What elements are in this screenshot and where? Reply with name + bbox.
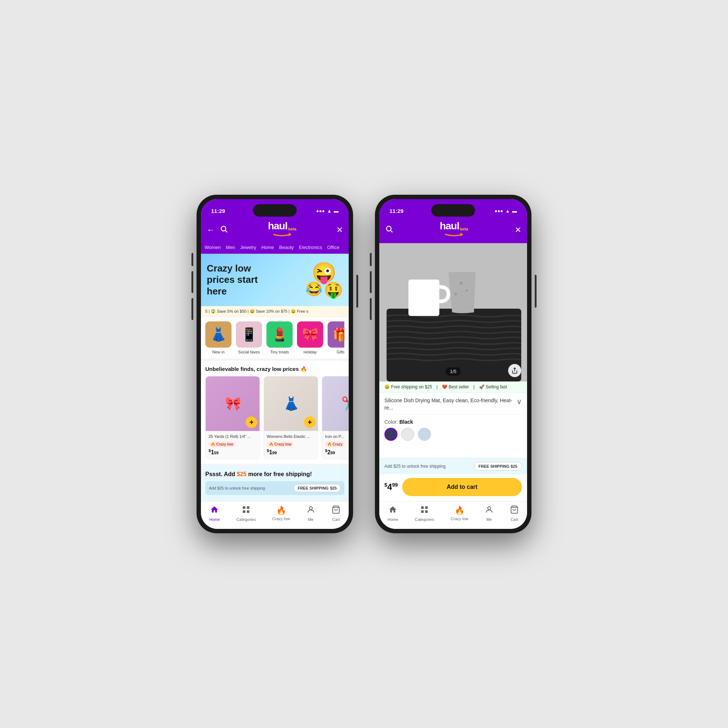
nav-home[interactable]: Home <box>209 505 220 522</box>
p2-volume-up-button <box>370 271 372 293</box>
category-holiday-img: 🎀 <box>297 321 323 348</box>
phone-1: 11:29 ●●● ▲ ▬ ← haul beta <box>197 195 353 533</box>
p2-logo: haul beta <box>440 221 468 239</box>
category-social-faves-img: 📱 <box>236 321 262 348</box>
category-tabs: Women Men Jewelry Home Beauty Electronic… <box>201 243 349 254</box>
category-tiny-treats-label: Tiny treats <box>271 350 289 354</box>
p2-home-icon <box>388 505 397 516</box>
swatch-black[interactable] <box>384 428 398 441</box>
p2-power-button <box>535 275 537 307</box>
tab-electronics[interactable]: Electronics <box>299 245 322 250</box>
back-button[interactable]: ← <box>207 225 215 235</box>
price-cent: 99 <box>392 482 398 488</box>
category-social-faves[interactable]: 📱 Social faves <box>236 321 262 354</box>
p2-nav-home-label: Home <box>388 517 398 522</box>
nav-crazy-low[interactable]: 🔥 Crazy low <box>272 506 290 521</box>
p2-close-button[interactable]: ✕ <box>515 225 521 235</box>
svg-rect-3 <box>247 506 249 509</box>
p2-categories-icon <box>420 505 429 516</box>
share-button[interactable] <box>508 364 521 377</box>
svg-rect-5 <box>247 510 249 513</box>
free-shipping-badge: FREE SHIPPING $25 <box>294 484 341 492</box>
close-button[interactable]: ✕ <box>336 225 343 235</box>
tab-jewelry[interactable]: Jewelry <box>240 245 256 250</box>
product-card-2[interactable]: 👗 + Womens Belts Elastic ... 🔥 Crazy low… <box>263 376 318 459</box>
tag-separator-1: | <box>436 384 437 390</box>
phone-2: 11:29 ●●● ▲ ▬ haul beta ✕ <box>375 195 531 533</box>
nav-cart[interactable]: Cart <box>332 505 340 522</box>
tab-women[interactable]: Women <box>205 245 221 250</box>
p2-nav-cart[interactable]: Cart <box>510 505 519 522</box>
swatch-white[interactable] <box>401 428 414 441</box>
nav-me[interactable]: Me <box>306 505 315 522</box>
color-label: Color: Black <box>384 419 522 425</box>
p2-time: 11:29 <box>390 208 403 214</box>
nav-categories[interactable]: Categories <box>236 505 255 522</box>
svg-rect-4 <box>243 510 245 513</box>
signal-icon: ●●● <box>316 208 325 214</box>
product-price-1: $159 <box>209 448 257 456</box>
p2-nav-crazy-low[interactable]: 🔥 Crazy low <box>451 506 468 521</box>
p2-search-button[interactable] <box>385 225 393 235</box>
svg-line-1 <box>225 230 227 232</box>
logo-arrow <box>273 231 291 239</box>
product-card-1[interactable]: 🎀 + 25 Yards (1 Roll) 1/4" ... 🔥 Crazy l… <box>205 376 260 459</box>
categories-section: 👗 New in 📱 Social faves 💄 <box>201 317 349 359</box>
promo-text: Crazy low prices start here <box>207 263 272 297</box>
nav-home-label: Home <box>209 517 220 522</box>
product-badge-3: 🔥 Crazy <box>325 442 345 447</box>
category-holiday[interactable]: 🎀 Holiday <box>297 321 323 354</box>
product-badge-1: 🔥 Crazy low <box>209 442 235 447</box>
power-button <box>356 275 358 307</box>
tab-office[interactable]: Office <box>327 245 340 250</box>
p2-logo-text: haul <box>440 221 459 231</box>
category-gifts[interactable]: 🎁 Gifts <box>327 321 344 354</box>
p2-nav-home[interactable]: Home <box>388 505 398 522</box>
category-tiny-treats[interactable]: 💄 Tiny treats <box>266 321 293 354</box>
free-shipping-label: FREE SHIPPING <box>298 486 329 490</box>
search-button[interactable] <box>220 225 228 235</box>
product-detail-content: 😀 Free shipping on $25 | ❤️ Best seller … <box>379 381 527 458</box>
tag-separator-2: | <box>474 384 475 390</box>
swatch-gray[interactable] <box>418 428 431 441</box>
nav-me-label: Me <box>308 517 314 522</box>
svg-rect-12 <box>408 280 439 316</box>
product-badge-2: 🔥 Crazy low <box>267 442 294 447</box>
p2-signal-icon: ●●● <box>495 208 503 214</box>
main-content: Crazy low prices start here 😜 😂 🤑 5 | 😱 … <box>201 254 349 501</box>
p2-nav-me[interactable]: Me <box>485 505 494 522</box>
p2-dynamic-island <box>431 204 475 217</box>
product-info-2: Womens Belts Elastic ... 🔥 Crazy low $19… <box>264 431 318 459</box>
app-logo: haul beta <box>268 221 296 239</box>
price-dollar: 4 <box>387 482 392 492</box>
products-scroll: 🎀 + 25 Yards (1 Roll) 1/4" ... 🔥 Crazy l… <box>201 376 349 464</box>
status-icons: ●●● ▲ ▬ <box>316 208 338 214</box>
tab-home[interactable]: Home <box>262 245 274 250</box>
add-product-2-button[interactable]: + <box>304 416 316 428</box>
add-to-cart-button[interactable]: Add to cart <box>402 478 522 496</box>
svg-rect-18 <box>425 506 428 509</box>
svg-rect-2 <box>243 506 245 509</box>
p2-nav-cart-label: Cart <box>511 517 518 522</box>
p2-logo-beta: beta <box>460 227 468 231</box>
add-product-1-button[interactable]: + <box>246 416 257 428</box>
free-shipping-pill-amount: $25 <box>511 464 517 468</box>
app-header: ← haul beta ✕ <box>201 218 349 243</box>
shipping-promo-section: Pssst. Add $25 more for free shipping! A… <box>201 464 349 500</box>
nav-cart-label: Cart <box>332 517 340 522</box>
category-new-in[interactable]: 👗 New in <box>205 321 231 354</box>
action-bar-text: Add $25 to unlock free shipping <box>384 464 445 469</box>
selected-color: Black <box>399 419 413 425</box>
category-tiny-treats-img: 💄 <box>266 321 293 348</box>
tab-men[interactable]: Men <box>226 245 235 250</box>
p2-bottom-nav: Home Categories 🔥 Crazy low Me <box>379 501 527 529</box>
product-img-iron: ✂️ <box>322 376 349 431</box>
p2-nav-categories[interactable]: Categories <box>414 505 434 522</box>
product-img-3: ✂️ + <box>322 376 349 431</box>
svg-point-14 <box>466 289 468 292</box>
product-card-3[interactable]: ✂️ + Iron on P... 🔥 Crazy $299 <box>322 376 349 459</box>
expand-button[interactable]: ∨ <box>517 397 522 406</box>
tab-beauty[interactable]: Beauty <box>279 245 294 250</box>
shipping-progress-bar: Add $25 to unlock free shipping FREE SHI… <box>205 481 344 495</box>
svg-rect-19 <box>421 510 424 513</box>
